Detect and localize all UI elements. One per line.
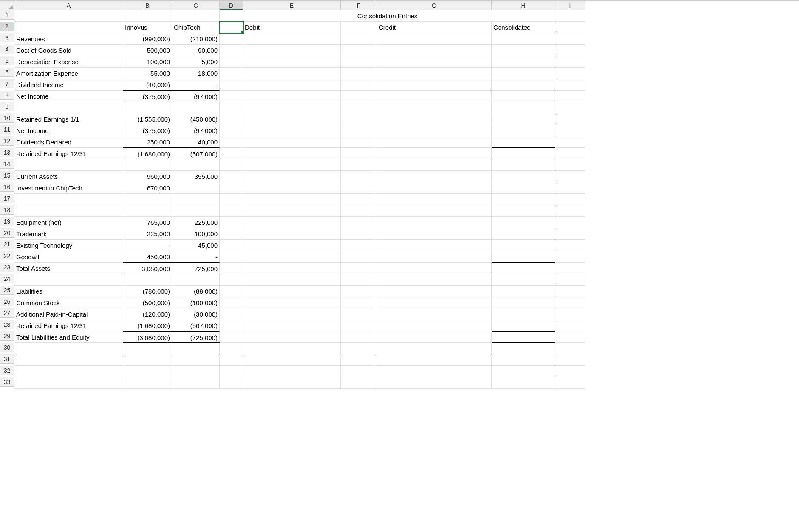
row-header-15[interactable]: 15 bbox=[0, 171, 14, 180]
cell-C25[interactable]: (88,000) bbox=[172, 286, 220, 297]
cell-D12[interactable] bbox=[220, 136, 243, 148]
cell-D2[interactable] bbox=[220, 22, 243, 33]
spreadsheet-grid[interactable]: ABCDEFGHI1Consolidation Entries2InnovusC… bbox=[0, 0, 799, 389]
cell-E18[interactable] bbox=[243, 205, 341, 217]
cell-E16[interactable] bbox=[243, 182, 341, 194]
cell-A17[interactable] bbox=[14, 194, 123, 205]
cell-C3[interactable]: (210,000) bbox=[172, 33, 220, 45]
col-header-A[interactable]: A bbox=[14, 1, 123, 10]
cell-I12[interactable] bbox=[555, 136, 585, 148]
cell-A9[interactable] bbox=[14, 102, 123, 113]
cell-F8[interactable] bbox=[341, 91, 377, 102]
cell-H25[interactable] bbox=[492, 286, 555, 297]
cell-H19[interactable] bbox=[492, 217, 555, 228]
cell-A28[interactable]: Retained Earnings 12/31 bbox=[14, 320, 123, 331]
cell-A12[interactable]: Dividends Declared bbox=[14, 136, 123, 148]
row-header-27[interactable]: 27 bbox=[0, 308, 14, 318]
cell-A25[interactable]: Liabilities bbox=[14, 286, 123, 297]
cell-H7[interactable] bbox=[492, 79, 555, 91]
cell-G15[interactable] bbox=[377, 171, 492, 182]
cell-C32[interactable] bbox=[172, 366, 220, 377]
cell-C31[interactable] bbox=[172, 354, 220, 366]
cell-F27[interactable] bbox=[341, 308, 377, 320]
cell-H23[interactable] bbox=[492, 263, 555, 274]
cell-I6[interactable] bbox=[555, 68, 585, 79]
cell-H26[interactable] bbox=[492, 297, 555, 308]
cell-A8[interactable]: Net Income bbox=[14, 91, 123, 102]
cell-A18[interactable] bbox=[14, 205, 123, 217]
cell-G18[interactable] bbox=[377, 205, 492, 217]
cell-B4[interactable]: 500,000 bbox=[123, 45, 172, 56]
cell-I18[interactable] bbox=[555, 205, 585, 217]
cell-A19[interactable]: Equipment (net) bbox=[14, 217, 123, 228]
cell-C15[interactable]: 355,000 bbox=[172, 171, 220, 182]
cell-F24[interactable] bbox=[341, 274, 377, 286]
row-header-13[interactable]: 13 bbox=[0, 148, 14, 157]
cell-G27[interactable] bbox=[377, 308, 492, 320]
cell-I28[interactable] bbox=[555, 320, 585, 331]
cell-I26[interactable] bbox=[555, 297, 585, 308]
cell-H24[interactable] bbox=[492, 274, 555, 286]
cell-D22[interactable] bbox=[220, 251, 243, 263]
cell-A4[interactable]: Cost of Goods Sold bbox=[14, 45, 123, 56]
row-header-17[interactable]: 17 bbox=[0, 194, 14, 203]
cell-B6[interactable]: 55,000 bbox=[123, 68, 172, 79]
cell-E25[interactable] bbox=[243, 286, 341, 297]
cell-E10[interactable] bbox=[243, 113, 341, 125]
cell-H31[interactable] bbox=[492, 354, 555, 366]
row-header-19[interactable]: 19 bbox=[0, 217, 14, 226]
row-header-1[interactable]: 1 bbox=[0, 10, 14, 20]
row-header-21[interactable]: 21 bbox=[0, 240, 14, 249]
cell-C24[interactable] bbox=[172, 274, 220, 286]
cell-H8[interactable] bbox=[492, 91, 555, 102]
cell-H4[interactable] bbox=[492, 45, 555, 56]
cell-H11[interactable] bbox=[492, 125, 555, 136]
cell-C8[interactable]: (97,000) bbox=[172, 91, 220, 102]
cell-B29[interactable]: (3,080,000) bbox=[123, 331, 172, 343]
col-header-F[interactable]: F bbox=[341, 1, 377, 10]
cell-A22[interactable]: Goodwill bbox=[14, 251, 123, 263]
cell-H21[interactable] bbox=[492, 240, 555, 251]
cell-E7[interactable] bbox=[243, 79, 341, 91]
cell-A33[interactable] bbox=[14, 377, 123, 389]
cell-B17[interactable] bbox=[123, 194, 172, 205]
cell-B26[interactable]: (500,000) bbox=[123, 297, 172, 308]
cell-E8[interactable] bbox=[243, 91, 341, 102]
cell-F7[interactable] bbox=[341, 79, 377, 91]
cell-D17[interactable] bbox=[220, 194, 243, 205]
cell-B33[interactable] bbox=[123, 377, 172, 389]
cell-E13[interactable] bbox=[243, 148, 341, 159]
cell-F11[interactable] bbox=[341, 125, 377, 136]
cell-I2[interactable] bbox=[555, 22, 585, 33]
cell-B1[interactable] bbox=[123, 10, 172, 22]
cell-I22[interactable] bbox=[555, 251, 585, 263]
cell-D13[interactable] bbox=[220, 148, 243, 159]
cell-I29[interactable] bbox=[555, 331, 585, 343]
cell-H12[interactable] bbox=[492, 136, 555, 148]
row-header-33[interactable]: 33 bbox=[0, 377, 14, 387]
cell-I21[interactable] bbox=[555, 240, 585, 251]
cell-E20[interactable] bbox=[243, 228, 341, 240]
cell-B14[interactable] bbox=[123, 159, 172, 171]
cell-H14[interactable] bbox=[492, 159, 555, 171]
cell-B13[interactable]: (1,680,000) bbox=[123, 148, 172, 159]
cell-merged-title[interactable]: Consolidation Entries bbox=[220, 10, 555, 22]
cell-C26[interactable]: (100,000) bbox=[172, 297, 220, 308]
cell-I20[interactable] bbox=[555, 228, 585, 240]
cell-C22[interactable]: - bbox=[172, 251, 220, 263]
cell-H20[interactable] bbox=[492, 228, 555, 240]
cell-C2[interactable]: ChipTech bbox=[172, 22, 220, 33]
cell-A11[interactable]: Net Income bbox=[14, 125, 123, 136]
cell-I4[interactable] bbox=[555, 45, 585, 56]
cell-B5[interactable]: 100,000 bbox=[123, 56, 172, 68]
cell-F20[interactable] bbox=[341, 228, 377, 240]
cell-I5[interactable] bbox=[555, 56, 585, 68]
cell-E33[interactable] bbox=[243, 377, 341, 389]
row-header-7[interactable]: 7 bbox=[0, 79, 14, 88]
cell-D29[interactable] bbox=[220, 331, 243, 343]
row-header-11[interactable]: 11 bbox=[0, 125, 14, 134]
cell-F4[interactable] bbox=[341, 45, 377, 56]
cell-G23[interactable] bbox=[377, 263, 492, 274]
cell-F17[interactable] bbox=[341, 194, 377, 205]
cell-G12[interactable] bbox=[377, 136, 492, 148]
